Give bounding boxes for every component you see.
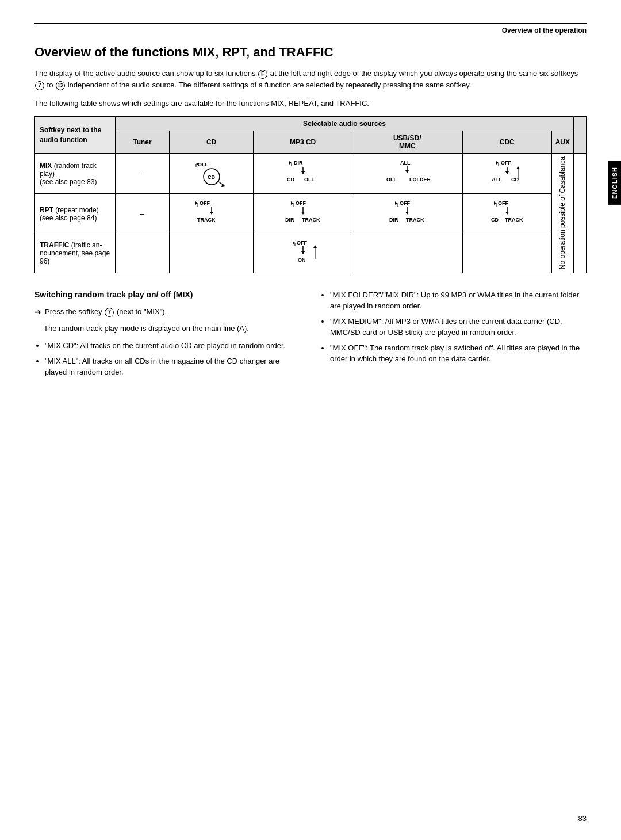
svg-text:CD: CD bbox=[208, 174, 215, 180]
svg-text:OFF: OFF bbox=[304, 177, 315, 182]
circled-7: 7 bbox=[35, 81, 44, 90]
softkey-col-header: Softkey next to theaudio function bbox=[35, 117, 116, 154]
mix-cdc-cell: OFF ALL CD bbox=[462, 154, 551, 194]
rpt-cd-cell: OFF TRACK bbox=[169, 194, 254, 234]
mix-row-header: MIX (random track play)(see also page 83… bbox=[35, 154, 116, 194]
bullet-right-3: "MIX OFF": The random track play is swit… bbox=[330, 342, 586, 365]
circled-f: F bbox=[258, 70, 267, 79]
traffic-cd-cell bbox=[169, 234, 254, 273]
svg-text:TRACK: TRACK bbox=[505, 217, 523, 223]
traffic-cdc-cell bbox=[462, 234, 551, 273]
bullet-left-2: "MIX ALL": All tracks on all CDs in the … bbox=[45, 356, 301, 378]
svg-text:DIR: DIR bbox=[285, 217, 294, 223]
page-header: Overview of the operation bbox=[34, 26, 586, 35]
svg-text:ON: ON bbox=[298, 257, 306, 263]
rpt-usbsd-cell: OFF DIR TRACK bbox=[352, 194, 462, 234]
table-intro: The following table shows which settings… bbox=[34, 98, 586, 109]
col-cd: CD bbox=[169, 131, 254, 154]
arrow-text: Press the softkey 7 (next to "MIX"). bbox=[45, 306, 167, 318]
svg-text:OFF: OFF bbox=[198, 162, 208, 167]
intro-text: The display of the active audio source c… bbox=[34, 68, 586, 91]
svg-text:CD: CD bbox=[511, 177, 519, 182]
arrow-icon: ➔ bbox=[34, 306, 41, 318]
page-header-title: Overview of the operation bbox=[502, 26, 586, 35]
arrow-item: ➔ Press the softkey 7 (next to "MIX"). bbox=[34, 306, 301, 318]
svg-text:OFF: OFF bbox=[296, 200, 306, 206]
right-column: "MIX FOLDER"/"MIX DIR": Up to 99 MP3 or … bbox=[320, 289, 586, 382]
svg-text:CD: CD bbox=[491, 217, 499, 223]
two-col-section: Switching random track play on/ off (MIX… bbox=[34, 289, 586, 382]
rpt-tuner-cell: – bbox=[116, 194, 170, 234]
svg-text:OFF: OFF bbox=[200, 200, 210, 206]
traffic-tuner-cell bbox=[116, 234, 170, 273]
col-mp3cd: MP3 CD bbox=[254, 131, 352, 154]
english-tab: ENGLISH bbox=[608, 161, 621, 205]
svg-text:OFF: OFF bbox=[498, 200, 508, 206]
rpt-row-header: RPT (repeat mode)(see also page 84) bbox=[35, 194, 116, 234]
traffic-usbsd-cell bbox=[352, 234, 462, 273]
svg-text:OFF: OFF bbox=[400, 200, 410, 206]
svg-text:FOLDER: FOLDER bbox=[409, 177, 430, 182]
page-number: 83 bbox=[578, 814, 586, 823]
rotated-cell: No operation possible of Casablanca bbox=[551, 154, 573, 273]
bullet-right-2: "MIX MEDIUM": All MP3 or WMA titles on t… bbox=[330, 316, 586, 338]
svg-text:OFF: OFF bbox=[501, 160, 511, 166]
function-table: Softkey next to theaudio function Select… bbox=[34, 116, 586, 273]
bullet-list-left: "MIX CD": All tracks on the current audi… bbox=[34, 340, 301, 378]
rpt-cdc-cell: OFF CD TRACK bbox=[462, 194, 551, 234]
bullet-right-1: "MIX FOLDER"/"MIX DIR": Up to 99 MP3 or … bbox=[330, 289, 586, 312]
rotated-header bbox=[574, 117, 586, 154]
col-tuner: Tuner bbox=[116, 131, 170, 154]
rpt-mp3cd-cell: OFF DIR TRACK bbox=[254, 194, 352, 234]
top-rule bbox=[34, 23, 586, 24]
svg-text:TRACK: TRACK bbox=[197, 217, 216, 223]
col-usbsd: USB/SD/MMC bbox=[352, 131, 462, 154]
col-cdc: CDC bbox=[462, 131, 551, 154]
traffic-row-header: TRAFFIC (traffic an-nouncement, see page… bbox=[35, 234, 116, 273]
circled-7-section: 7 bbox=[105, 308, 114, 317]
svg-text:OFF: OFF bbox=[386, 177, 397, 182]
svg-text:ALL: ALL bbox=[492, 177, 502, 182]
svg-text:TRACK: TRACK bbox=[406, 217, 424, 223]
svg-text:ALL: ALL bbox=[400, 160, 411, 166]
section-heading: Switching random track play on/ off (MIX… bbox=[34, 289, 301, 301]
page-container: Overview of the operation Overview of th… bbox=[0, 0, 621, 840]
circled-12: 12 bbox=[56, 81, 65, 90]
mix-usbsd-cell: ALL OFF FOLDER bbox=[352, 154, 462, 194]
left-column: Switching random track play on/ off (MIX… bbox=[34, 289, 301, 382]
mix-cd-cell: OFF CD bbox=[169, 154, 254, 194]
bullet-left-1: "MIX CD": All tracks on the current audi… bbox=[45, 340, 301, 352]
svg-text:CD: CD bbox=[287, 177, 294, 182]
bullet-list-right: "MIX FOLDER"/"MIX DIR": Up to 99 MP3 or … bbox=[320, 289, 586, 365]
svg-text:OFF: OFF bbox=[297, 240, 307, 246]
sub-text: The random track play mode is displayed … bbox=[44, 323, 301, 334]
col-aux: AUX bbox=[551, 131, 573, 154]
traffic-mp3cd-cell: OFF ON bbox=[254, 234, 352, 273]
mix-tuner-cell: – bbox=[116, 154, 170, 194]
svg-text:DIR: DIR bbox=[389, 217, 398, 223]
svg-text:DIR: DIR bbox=[294, 160, 303, 166]
main-heading: Overview of the functions MIX, RPT, and … bbox=[34, 45, 586, 60]
mix-mp3cd-cell: DIR CD OFF bbox=[254, 154, 352, 194]
svg-text:TRACK: TRACK bbox=[302, 217, 320, 223]
selectable-sources-header: Selectable audio sources bbox=[116, 117, 574, 131]
